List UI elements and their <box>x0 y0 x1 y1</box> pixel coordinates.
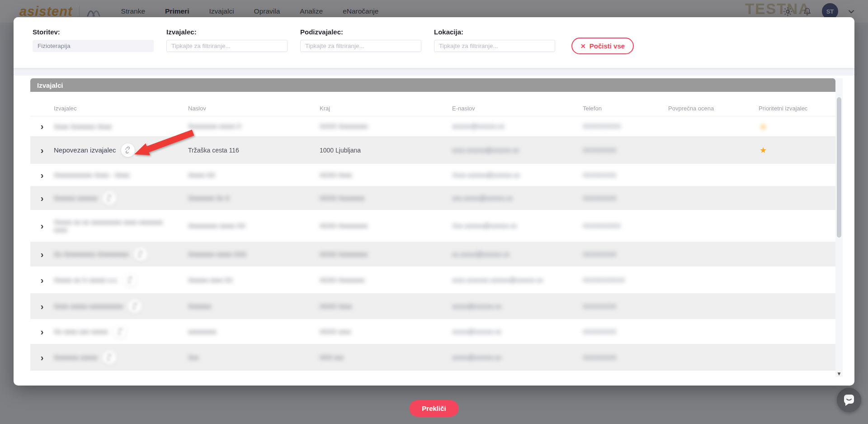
unlink-icon[interactable] <box>113 325 127 338</box>
filter-label: Lokacija: <box>434 28 555 36</box>
row-expand-chevron-icon[interactable]: › <box>41 195 44 201</box>
izvajalec-name: Nepovezan izvajalec <box>54 146 116 154</box>
telefon-cell: XXXXXXXXX <box>583 222 668 229</box>
column-header-3: Kraj <box>320 105 452 116</box>
table-row[interactable]: › Xxxxxx xxxxxx Xxxxxxxx Xx X XXXX Xxxxx… <box>30 186 835 210</box>
row-expand-chevron-icon[interactable]: › <box>41 329 44 335</box>
unlink-icon[interactable] <box>128 300 142 313</box>
chevron-cell: › <box>30 277 54 283</box>
izvajalec-name: Xxxx xxxxx xxxxxxxxxx <box>54 302 123 310</box>
naslov-cell: Xxxxxxxxx xxxxx XX <box>188 222 320 229</box>
unlink-icon[interactable] <box>134 248 147 261</box>
scrollbar-down-arrow-icon[interactable]: ▼ <box>835 372 843 376</box>
chat-bubble-smile-icon <box>842 393 856 407</box>
kraj-cell: XXX xxx <box>320 354 452 361</box>
kraj-cell: XXXX Xxxxxxxx <box>320 276 452 284</box>
row-expand-chevron-icon[interactable]: › <box>41 123 44 129</box>
table-row[interactable]: › Xxxxx xx X xxxxx x.x. Xxxxxx xxxx XX X… <box>30 267 835 293</box>
izvajalec-cell: Xxxxxx xxxxxx <box>54 191 188 205</box>
izvajalci-table: Izvajalci IzvajalecNaslovKrajE-naslovTel… <box>30 78 835 371</box>
priority-star-icon: ★ <box>760 145 767 155</box>
header-spacer <box>30 112 54 116</box>
kraj-cell: XXXX Xxxxxxxxx <box>320 251 452 258</box>
scrollbar-thumb[interactable] <box>837 97 841 238</box>
unlink-icon[interactable] <box>123 273 137 287</box>
row-expand-chevron-icon[interactable]: › <box>41 172 44 178</box>
table-row[interactable]: › Xx xxxx xxx xxxxx xxxxxxxxx XXXX xxxx … <box>30 319 835 344</box>
kraj-cell: XXXX Xxxxxxxx <box>320 195 452 202</box>
cancel-button[interactable]: Prekliči <box>409 400 458 417</box>
filter-input-storitev[interactable] <box>33 40 154 52</box>
izvajalec-name: Xx Xxxxxxxxx Xxxxxxxxx <box>54 250 129 258</box>
chevron-cell: › <box>30 329 54 335</box>
email-cell: Xxx.xxxxxx@xxxxxx.xx <box>452 222 583 229</box>
section-divider <box>14 68 854 76</box>
chevron-cell: › <box>30 251 54 257</box>
filter-bar: Storitev: Izvajalec: Podizvajalec: Lokac… <box>14 17 854 68</box>
prioritetni-cell: ★ <box>759 145 835 155</box>
izvajalec-cell: Xx xxxx xxx xxxxx <box>54 325 188 338</box>
row-expand-chevron-icon[interactable]: › <box>41 303 44 310</box>
chevron-cell: › <box>30 223 54 229</box>
clear-all-button[interactable]: ✕ Počisti vse <box>571 38 634 54</box>
row-expand-chevron-icon[interactable]: › <box>41 251 44 257</box>
naslov-cell: Xxxxxxxxx xxxxx X <box>188 123 320 130</box>
column-header-2: Naslov <box>188 105 320 116</box>
naslov-cell: xxxxxxxxx <box>188 328 320 335</box>
row-expand-chevron-icon[interactable]: › <box>41 354 44 361</box>
column-header-7: Prioritetni izvajalec <box>759 105 835 116</box>
table-row[interactable]: › Xxxxx xx xx xxxxxxxxx xxxx xxxxxxx xxx… <box>30 210 835 242</box>
email-cell: xxxxx@xxxxxx.xx <box>452 303 583 310</box>
table-header-row: IzvajalecNaslovKrajE-naslovTelefonPovpre… <box>30 92 835 116</box>
filter-field: Storitev: <box>33 28 154 52</box>
table-scrollbar[interactable]: ▼ <box>835 78 843 377</box>
telefon-cell: XXXXXXXX <box>583 251 668 258</box>
unlink-icon[interactable] <box>103 351 116 364</box>
kraj-cell: XXXX Xxxxxxxxx <box>320 222 452 229</box>
chevron-cell: › <box>30 195 54 201</box>
table-row[interactable]: › Xxxx xxxxx xxxxxxxxxx Xxxxxxx XXXX Xxx… <box>30 293 835 319</box>
chat-widget-button[interactable] <box>837 388 861 412</box>
email-cell: xxxx.xxxxxxx.xxxxxx@xxxxxx.xx <box>452 276 583 284</box>
column-header-1: Izvajalec <box>54 105 188 116</box>
telefon-cell: XXXXXXXX <box>583 172 668 179</box>
table-title: Izvajalci <box>37 81 63 89</box>
kraj-cell: 1000 Ljubljana <box>320 147 452 154</box>
chevron-cell: › <box>30 147 54 153</box>
izvajalec-cell: Xxxxx xx xx xxxxxxxxx xxxx xxxxxxx xxxx <box>54 218 188 233</box>
telefon-cell: XXXXXXXX <box>583 303 668 310</box>
filter-input-podizvajalec[interactable] <box>300 40 421 52</box>
clear-all-label: Počisti vse <box>590 42 625 50</box>
table-row[interactable]: › Xxxxxxx xxxxx Xxx XXX xxx xxxxx@xxxxxx… <box>30 344 835 371</box>
izvajalec-cell: Xxxxxxxxxxx Xxxx - Xxxx <box>54 171 188 179</box>
priority-star-icon: ★ <box>760 122 767 131</box>
unlink-icon[interactable] <box>121 143 135 157</box>
row-expand-chevron-icon[interactable]: › <box>41 223 44 229</box>
table-row[interactable]: › Xxxxxxxxxxx Xxxx - Xxxx Xxxxx XX XXXX … <box>30 164 835 186</box>
naslov-cell: Xxxxxx xxxx XX <box>188 276 320 284</box>
izvajalec-name: Xxxxxx xxxxxx <box>54 194 98 202</box>
izvajalec-cell: Xxxx Xxxxxxx Xxxx <box>54 123 188 130</box>
chevron-cell: › <box>30 123 54 129</box>
kraj-cell: XXXX Xxxx <box>320 303 452 310</box>
izvajalec-cell: Nepovezan izvajalec <box>54 143 188 157</box>
filter-input-izvajalec[interactable] <box>166 40 288 52</box>
row-expand-chevron-icon[interactable]: › <box>41 277 44 283</box>
izvajalec-cell: Xx Xxxxxxxxx Xxxxxxxxx <box>54 248 188 261</box>
izvajalec-cell: Xxxxx xx X xxxxx x.x. <box>54 273 188 287</box>
unlink-icon[interactable] <box>103 191 116 205</box>
chevron-cell: › <box>30 354 54 361</box>
telefon-cell: XXXXXXXX <box>583 354 668 361</box>
email-cell: xxxxxx@xxxxxx.xx <box>452 123 583 130</box>
izvajalec-name: Xxxxx xx X xxxxx x.x. <box>54 276 118 284</box>
filter-input-lokacija[interactable] <box>434 40 555 52</box>
table-row[interactable]: › Nepovezan izvajalec Tržaška cesta 116 … <box>30 136 835 164</box>
column-header-5: Telefon <box>583 105 668 116</box>
x-icon: ✕ <box>580 43 586 50</box>
row-expand-chevron-icon[interactable]: › <box>41 147 44 153</box>
izvajalec-cell: Xxxx xxxxx xxxxxxxxxx <box>54 300 188 313</box>
table-row[interactable]: › Xxxx Xxxxxxx Xxxx Xxxxxxxxx xxxxx X XX… <box>30 116 835 136</box>
kraj-cell: XXXX Xxxx <box>320 172 452 179</box>
table-row[interactable]: › Xx Xxxxxxxxx Xxxxxxxxx Xxxxxxxx xxxxx … <box>30 242 835 267</box>
izvajalec-name: Xxxx Xxxxxxx Xxxx <box>54 123 112 130</box>
